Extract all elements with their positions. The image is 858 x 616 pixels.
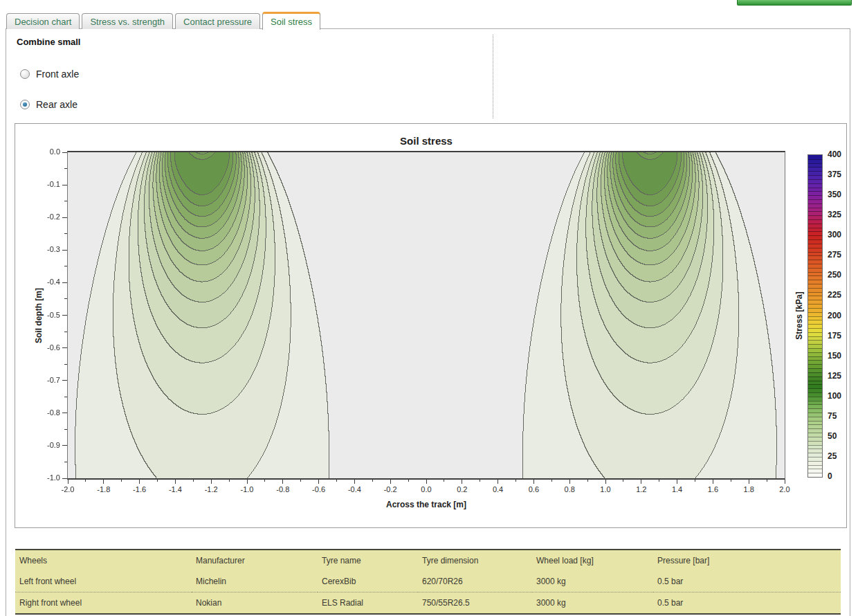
colorbar-tick-label: 0: [828, 471, 848, 481]
y-minor-tick: [64, 397, 67, 397]
soil-stress-contour-plot: [68, 152, 785, 478]
x-minor-tick: [551, 480, 552, 482]
tab-soil-stress[interactable]: Soil stress: [262, 12, 320, 30]
radio-front-axle[interactable]: Front axle: [20, 69, 79, 80]
y-tick: [62, 315, 67, 316]
x-tick: [605, 480, 606, 484]
table-cell: Michelin: [192, 571, 318, 592]
table-cell: Left front wheel: [15, 571, 192, 592]
y-tick-label: -1.0: [35, 473, 60, 482]
y-tick: [62, 152, 67, 153]
colorbar-tick-label: 300: [828, 230, 848, 239]
y-tick-label: -0.1: [35, 180, 60, 188]
radio-label: Front axle: [36, 69, 79, 80]
x-tick-label: -2.0: [54, 485, 82, 493]
tab-content-panel: Combine small Front axleRear axle Soil s…: [6, 28, 850, 616]
y-minor-tick: [64, 332, 67, 332]
x-minor-tick: [623, 480, 623, 482]
table-cell: ELS Radial: [318, 592, 418, 615]
colorbar-tick-label: 25: [828, 451, 848, 461]
x-tick-label: 1.2: [628, 485, 655, 493]
x-tick: [677, 480, 677, 484]
tab-decision-chart[interactable]: Decision chart: [6, 13, 80, 29]
x-minor-tick: [193, 480, 194, 482]
y-tick: [62, 217, 67, 218]
x-minor-tick: [408, 480, 409, 482]
y-tick: [62, 250, 67, 251]
radio-unselected-icon[interactable]: [20, 69, 30, 79]
colorbar-tick-label: 125: [828, 371, 848, 381]
colorbar: [807, 154, 823, 478]
table-row: Left front wheelMichelinCerexBib620/70R2…: [15, 571, 841, 592]
x-minor-tick: [587, 480, 588, 482]
y-minor-tick: [64, 168, 67, 169]
x-tick-label: -1.2: [197, 485, 225, 493]
y-tick-label: -0.5: [35, 311, 60, 319]
tab-stress-vs-strength[interactable]: Stress vs. strength: [82, 13, 173, 29]
table-cell: 750/55R26.5: [418, 592, 532, 615]
chart-panel: Soil stress Soil depth [m] Across the tr…: [15, 123, 847, 528]
x-tick: [211, 480, 212, 484]
x-minor-tick: [515, 480, 516, 482]
colorbar-tick-label: 200: [828, 311, 848, 320]
table-header-cell: Pressure [bar]: [653, 550, 841, 571]
x-tick-label: -1.8: [90, 485, 118, 493]
x-tick: [569, 480, 570, 484]
x-tick: [68, 480, 69, 484]
form-title: Combine small: [17, 37, 80, 47]
colorbar-tick-label: 400: [828, 150, 848, 159]
form-separator: [493, 35, 493, 118]
y-minor-tick: [64, 364, 67, 365]
y-tick-label: -0.6: [35, 343, 60, 352]
x-tick: [390, 480, 391, 484]
x-tick-label: 0.6: [520, 485, 547, 493]
table-cell: 0.5 bar: [653, 571, 841, 592]
table-cell: CerexBib: [318, 571, 418, 592]
x-minor-tick: [480, 480, 480, 482]
colorbar-tick-label: 375: [828, 170, 848, 179]
y-minor-tick: [64, 201, 67, 201]
colorbar-tick-label: 275: [828, 250, 848, 260]
x-tick-label: 2.0: [771, 485, 798, 493]
tab-bar: Decision chartStress vs. strengthContact…: [6, 12, 320, 29]
x-tick-label: -0.4: [340, 485, 368, 493]
x-minor-tick: [444, 480, 444, 482]
tab-contact-pressure[interactable]: Contact pressure: [175, 13, 260, 29]
top-green-button[interactable]: [737, 0, 852, 6]
x-tick: [462, 480, 462, 484]
y-tick-label: -0.8: [35, 408, 60, 417]
x-tick: [498, 480, 498, 484]
y-minor-tick: [64, 233, 67, 234]
table-cell: 620/70R26: [418, 571, 532, 592]
y-tick-label: -0.9: [35, 441, 60, 449]
x-tick-label: -1.0: [233, 485, 261, 493]
x-tick: [175, 480, 176, 484]
colorbar-tick-label: 175: [828, 331, 848, 341]
x-tick-label: 1.4: [664, 485, 691, 493]
x-tick-label: -0.8: [269, 485, 297, 493]
x-minor-tick: [85, 480, 86, 482]
wheel-table: WheelsManufacturerTyre nameTyre dimensio…: [15, 549, 841, 615]
x-tick-label: 0.4: [484, 485, 512, 493]
radio-selected-icon[interactable]: [20, 100, 30, 109]
x-tick: [713, 480, 713, 484]
x-tick-label: 0.8: [556, 485, 583, 493]
y-tick: [62, 413, 67, 413]
radio-rear-axle[interactable]: Rear axle: [20, 99, 77, 110]
table-header-row: WheelsManufacturerTyre nameTyre dimensio…: [15, 550, 841, 571]
y-minor-tick: [64, 462, 67, 462]
x-tick-label: -1.6: [126, 485, 154, 493]
plot-area: [67, 151, 785, 480]
x-tick: [354, 480, 355, 484]
y-tick: [62, 380, 67, 381]
colorbar-label: Stress [kPa]: [794, 291, 804, 339]
x-axis-label: Across the track [m]: [67, 500, 785, 509]
x-tick: [247, 480, 248, 484]
x-tick-label: -1.4: [161, 485, 189, 493]
table-header-cell: Wheels: [15, 550, 192, 571]
x-minor-tick: [767, 480, 767, 482]
colorbar-tick-label: 225: [828, 290, 848, 300]
colorbar-tick-label: 150: [828, 351, 848, 361]
wheel-table-body: Left front wheelMichelinCerexBib620/70R2…: [15, 571, 841, 614]
x-tick: [139, 480, 140, 484]
